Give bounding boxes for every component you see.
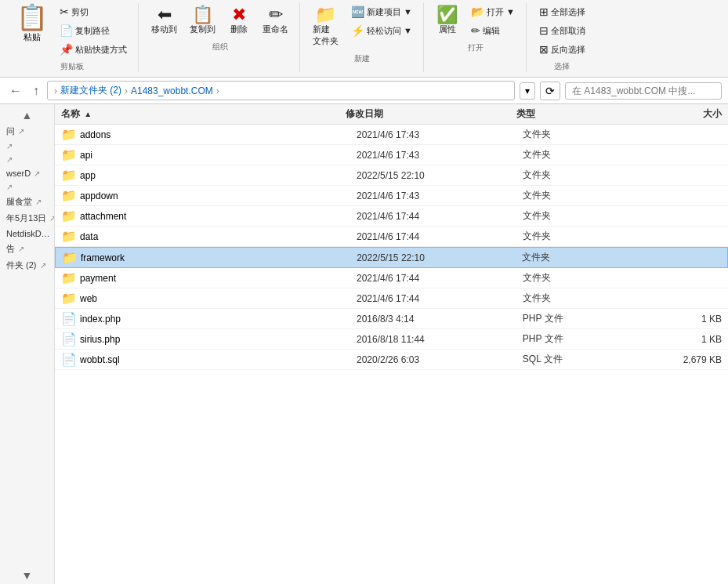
sidebar-item-3[interactable]: ↗ (0, 153, 54, 166)
copy-to-button[interactable]: 📋 复制到 (185, 3, 220, 38)
crumb-a1483[interactable]: A1483_wobbt.COM (131, 85, 213, 96)
sidebar-item-date[interactable]: 年5月13日 ↗ (0, 210, 54, 227)
invert-selection-button[interactable]: ⊠ 反向选择 (534, 41, 590, 58)
table-row[interactable]: 📁data2021/4/6 17:44文件夹 (55, 227, 728, 247)
sidebar-item-1[interactable]: 问 ↗ (0, 123, 54, 140)
edit-icon: ✏ (471, 24, 480, 37)
open-button[interactable]: 📂 打开 ▼ (466, 3, 520, 20)
sidebar-item-folder2-pin: ↗ (40, 261, 46, 270)
select-all-button[interactable]: ⊞ 全部选择 (534, 3, 590, 20)
sidebar-item-folder2[interactable]: 件夹 (2) ↗ (0, 257, 54, 274)
copy-path-button[interactable]: 📄 复制路径 (55, 22, 132, 39)
sidebar-item-canteen[interactable]: 腿食堂 ↗ (0, 194, 54, 210)
file-date-cell: 2021/4/6 17:44 (357, 211, 523, 222)
file-type-cell: 文件夹 (523, 128, 633, 141)
rename-label: 重命名 (263, 24, 288, 35)
table-row[interactable]: 📁web2021/4/6 17:44文件夹 (55, 288, 728, 309)
folder-icon: 📁 (61, 291, 77, 306)
file-name-cell: api (77, 150, 357, 161)
new-folder-button[interactable]: 📁 新建文件夹 (308, 3, 343, 50)
table-row[interactable]: 📁appdown2021/4/6 17:43文件夹 (55, 186, 728, 206)
file-date-cell: 2021/4/6 17:43 (357, 129, 523, 140)
file-type-cell: 文件夹 (523, 230, 633, 243)
up-button[interactable]: ↑ (30, 82, 42, 100)
header-date[interactable]: 修改日期 (346, 107, 516, 121)
table-row[interactable]: 📁api2021/4/6 17:43文件夹 (55, 145, 728, 165)
table-row[interactable]: 📁payment2021/4/6 17:44文件夹 (55, 268, 728, 288)
sidebar-item-5[interactable]: ↗ (0, 180, 54, 194)
cut-label: 剪切 (71, 6, 89, 18)
delete-button[interactable]: ✖ 删除 (223, 3, 255, 38)
table-row[interactable]: 📁framework2022/5/15 22:10文件夹 (55, 247, 728, 268)
deselect-all-button[interactable]: ⊟ 全部取消 (534, 22, 590, 39)
sidebar-item-canteen-label: 腿食堂 (6, 196, 32, 208)
table-row[interactable]: 📁addons2021/4/6 17:43文件夹 (55, 125, 728, 145)
main-layout: ▲ 问 ↗ ↗ ↗ wserD ↗ ↗ 腿食堂 ↗ (0, 104, 728, 584)
sidebar-item-report[interactable]: 告 ↗ (0, 241, 54, 257)
file-type-cell: PHP 文件 (523, 332, 633, 346)
paste-button[interactable]: 📋 (13, 3, 52, 31)
sidebar-item-report-label: 告 (6, 243, 15, 255)
sidebar-item-browserdata-pin: ↗ (34, 169, 40, 178)
sidebar-scroll-up[interactable]: ▲ (0, 107, 54, 123)
file-name-cell: app (77, 170, 357, 181)
file-size-cell: 1 KB (633, 314, 722, 325)
breadcrumb-separator-0: › (54, 85, 57, 96)
search-input[interactable] (565, 82, 722, 100)
file-type-cell: 文件夹 (523, 292, 633, 305)
easy-access-button[interactable]: ⚡ 轻松访问 ▼ (346, 22, 417, 39)
open-col: 📂 打开 ▼ ✏ 编辑 (466, 3, 520, 39)
back-button[interactable]: ← (6, 82, 25, 100)
crumb-newfolder[interactable]: 新建文件夹 (2) (60, 84, 121, 97)
paste-shortcut-button[interactable]: 📌 粘贴快捷方式 (55, 41, 132, 58)
refresh-button[interactable]: ⟳ (540, 82, 560, 100)
sidebar-item-3-pin: ↗ (6, 155, 13, 164)
move-to-icon: ⬅ (158, 6, 172, 24)
sidebar-scroll-down[interactable]: ▼ (0, 568, 54, 583)
file-name-cell: data (77, 231, 357, 242)
sidebar-item-date-label: 年5月13日 (6, 212, 46, 224)
easy-access-icon: ⚡ (351, 24, 364, 37)
file-name-cell: payment (77, 273, 357, 284)
file-date-cell: 2022/5/15 22:10 (357, 252, 522, 263)
cut-button[interactable]: ✂ 剪切 (55, 3, 132, 20)
sidebar-item-netdisk[interactable]: NetdiskD… ↗ (0, 227, 54, 241)
sidebar-item-browserdata[interactable]: wserD ↗ (0, 166, 54, 180)
ribbon-group-organize: ⬅ 移动到 📋 复制到 ✖ 删除 ✏ 重命名 组织 (140, 3, 300, 72)
rename-icon: ✏ (269, 6, 283, 24)
deselect-all-label: 全部取消 (551, 25, 585, 37)
ribbon-group-select: ⊞ 全部选择 ⊟ 全部取消 ⊠ 反向选择 选择 (528, 3, 596, 72)
table-row[interactable]: 📁app2022/5/15 22:10文件夹 (55, 165, 728, 186)
file-icon: 📄 (61, 311, 77, 326)
breadcrumb-dropdown-button[interactable]: ▾ (520, 82, 535, 100)
header-size[interactable]: 大小 (631, 107, 722, 121)
properties-button[interactable]: ✅ 属性 (432, 3, 463, 38)
file-date-cell: 2022/5/15 22:10 (357, 170, 523, 181)
file-name-cell: appdown (77, 190, 357, 201)
file-icon: 📄 (61, 352, 77, 367)
cut-icon: ✂ (60, 5, 69, 18)
ribbon: 📋 粘贴 ✂ 剪切 📄 复制路径 📌 粘贴快捷方式 剪贴板 (0, 0, 728, 78)
file-type-cell: 文件夹 (523, 271, 633, 285)
file-date-cell: 2021/4/6 17:44 (357, 273, 523, 284)
file-size-cell: 2,679 KB (633, 354, 722, 365)
move-to-label: 移动到 (151, 24, 177, 35)
move-to-button[interactable]: ⬅ 移动到 (147, 3, 182, 38)
header-name[interactable]: 名称 ▲ (61, 107, 346, 121)
open-items: ✅ 属性 📂 打开 ▼ ✏ 编辑 (432, 3, 520, 39)
rename-button[interactable]: ✏ 重命名 (258, 3, 293, 38)
table-row[interactable]: 📄sirius.php2016/8/18 11:44PHP 文件1 KB (55, 329, 728, 350)
ribbon-group-clipboard: 📋 粘贴 ✂ 剪切 📄 复制路径 📌 粘贴快捷方式 剪贴板 (6, 3, 139, 72)
paste-shortcut-icon: 📌 (60, 43, 73, 56)
clipboard-items: 📋 粘贴 ✂ 剪切 📄 复制路径 📌 粘贴快捷方式 (13, 3, 132, 58)
organize-items: ⬅ 移动到 📋 复制到 ✖ 删除 ✏ 重命名 (147, 3, 293, 38)
edit-button[interactable]: ✏ 编辑 (466, 22, 520, 39)
header-type[interactable]: 类型 (516, 107, 630, 121)
new-item-button[interactable]: 🆕 新建项目 ▼ (346, 3, 417, 20)
table-row[interactable]: 📁attachment2021/4/6 17:44文件夹 (55, 206, 728, 227)
sidebar-item-2[interactable]: ↗ (0, 140, 54, 153)
open-icon: 📂 (471, 5, 484, 18)
file-name-cell: attachment (77, 211, 357, 222)
table-row[interactable]: 📄wobbt.sql2020/2/26 6:03SQL 文件2,679 KB (55, 350, 728, 370)
table-row[interactable]: 📄index.php2016/8/3 4:14PHP 文件1 KB (55, 309, 728, 329)
